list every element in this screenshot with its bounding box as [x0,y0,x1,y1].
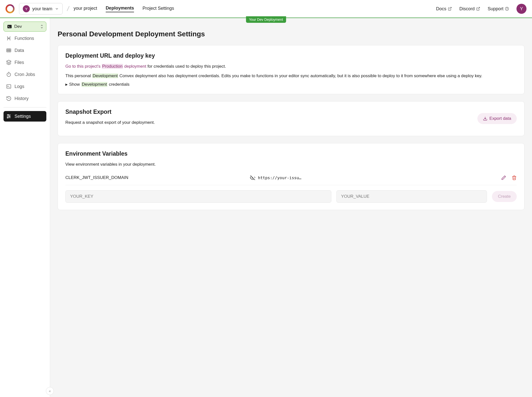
sidebar-collapse-button[interactable]: « [46,387,54,395]
sidebar-item-label: Functions [15,36,34,41]
support-link[interactable]: Support [488,6,509,12]
chevron-updown-icon [41,25,43,29]
team-avatar: Y [23,5,30,12]
sidebar-item-label: Logs [15,84,24,89]
env-label: Dev [14,24,22,29]
production-deployment-link[interactable]: Go to this project's Production deployme… [65,64,148,69]
svg-rect-6 [7,49,11,52]
external-link-icon [448,7,452,11]
sidebar-item-history[interactable]: History [4,93,46,104]
card-deployment-url: Deployment URL and deploy key Go to this… [58,45,524,94]
env-var-key: CLERK_JWT_ISSUER_DOMAIN [65,175,246,180]
user-avatar[interactable]: Y [516,4,526,14]
sidebar-divider [4,107,46,108]
sidebar-item-cron[interactable]: Cron Jobs [4,69,46,80]
env-var-value-text: https://your-issu… [258,175,301,180]
card-desc: View environment variables in your deplo… [65,161,517,168]
logs-icon [6,84,12,89]
sidebar-item-functions[interactable]: Functions [4,33,46,44]
history-icon [6,96,12,101]
card-environment-variables: Environment Variables View environment v… [58,143,524,210]
env-var-actions [501,175,517,180]
sliders-icon [6,114,12,119]
tab-deployments[interactable]: Deployments [106,6,134,12]
show-credentials-toggle[interactable]: ▶ Show Development credentials [65,82,517,87]
sidebar-item-label: History [15,96,29,101]
env-var-row: CLERK_JWT_ISSUER_DOMAIN https://your-iss… [65,170,517,185]
sidebar-item-settings[interactable]: Settings [4,111,46,122]
env-key-input[interactable] [65,190,331,203]
header-right: Docs Discord Support Y [436,4,526,14]
app-logo[interactable] [6,4,15,13]
function-icon [6,36,12,41]
card-paragraph-2: This personal Development Convex deploym… [65,73,517,79]
export-data-button[interactable]: Export data [477,113,517,124]
sidebar-item-logs[interactable]: Logs [4,81,46,92]
sidebar-item-label: Files [15,60,24,65]
discord-label: Discord [459,6,475,12]
sidebar-item-files[interactable]: Files [4,57,46,68]
svg-point-12 [7,73,11,77]
docs-link[interactable]: Docs [436,6,452,12]
delete-icon[interactable] [512,175,517,180]
chevron-double-left-icon: « [49,389,51,393]
download-icon [483,116,487,121]
team-selector[interactable]: Y your team [19,3,63,15]
svg-point-22 [9,116,10,117]
stopwatch-icon [6,72,12,77]
breadcrumb-separator: / [66,5,70,13]
card-snapshot-export: Snapshot Export Request a snapshot expor… [58,101,524,136]
svg-marker-11 [7,60,11,62]
create-env-var-button[interactable]: Create [492,191,517,202]
discord-link[interactable]: Discord [459,6,480,12]
env-var-value: https://your-issu… [250,175,497,180]
visibility-off-icon[interactable] [250,175,255,180]
chevron-down-icon [55,7,59,11]
dev-deployment-tag: Your Dev Deployment [246,16,286,23]
page-title: Personal Development Deployment Settings [58,30,524,38]
card-paragraph-1: Go to this project's Production deployme… [65,63,517,70]
layers-icon [6,60,12,65]
sidebar-item-label: Settings [15,114,31,119]
card-desc: Request a snapshot export of your deploy… [65,119,155,126]
export-label: Export data [489,116,511,121]
svg-rect-15 [7,85,11,88]
triangle-right-icon: ▶ [65,83,68,86]
project-nav: your project Deployments Project Setting… [74,6,174,12]
table-icon [6,48,12,53]
card-title: Snapshot Export [65,109,155,115]
external-link-icon [476,7,480,11]
tab-project-settings[interactable]: Project Settings [143,6,174,12]
svg-point-3 [507,10,507,10]
env-var-create-row: Create [65,185,517,203]
top-header: Y your team / your project Deployments P… [0,0,532,18]
sidebar: Dev Functions Data Files [0,18,50,397]
card-title: Environment Variables [65,150,517,157]
project-name-tab[interactable]: your project [74,6,97,12]
svg-line-18 [9,98,10,99]
svg-point-24 [7,117,8,118]
help-icon [505,7,509,11]
environment-selector[interactable]: Dev [4,22,46,32]
edit-icon[interactable] [501,175,506,180]
sidebar-item-data[interactable]: Data [4,45,46,56]
svg-rect-4 [8,25,12,28]
support-label: Support [488,6,503,12]
team-name: your team [32,6,52,12]
card-title: Deployment URL and deploy key [65,52,517,59]
sidebar-item-label: Cron Jobs [15,72,35,77]
sidebar-item-label: Data [15,48,24,53]
terminal-icon [7,24,12,29]
docs-label: Docs [436,6,446,12]
svg-line-0 [450,7,451,9]
svg-point-20 [8,115,9,116]
main-content: Personal Development Deployment Settings… [50,18,532,397]
env-value-input[interactable] [336,190,487,203]
svg-line-1 [478,7,480,9]
